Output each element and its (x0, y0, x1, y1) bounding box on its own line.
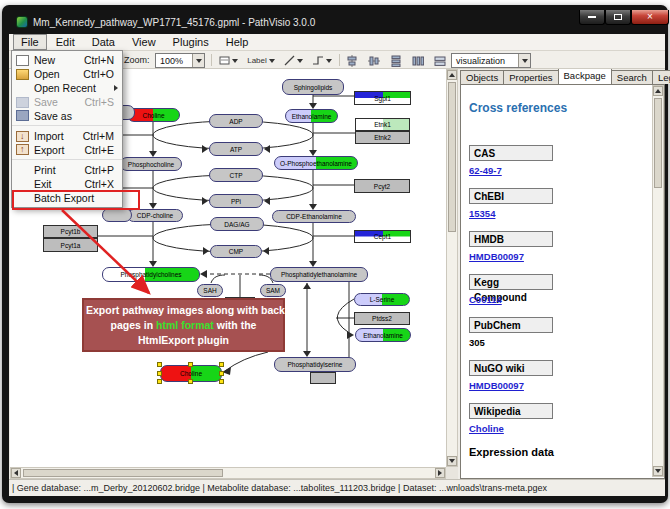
pathway-node-ethanolamine-top[interactable]: Ethanolamine (285, 109, 338, 123)
xref-value[interactable]: HMDB00097 (469, 251, 649, 262)
selection-handle[interactable] (188, 379, 193, 384)
pathway-node-l-serine[interactable]: L-Serine (354, 293, 410, 306)
connector-icon (312, 55, 324, 66)
file-menu-item[interactable]: Exit Ctrl+X (12, 177, 122, 191)
pathway-node-sgpl1[interactable]: Sgpl1 (354, 91, 411, 105)
pathway-node-ptdss2[interactable]: Ptdss2 (354, 312, 410, 325)
pathway-node-etnk2[interactable]: Etnk2 (355, 131, 410, 144)
scroll-down-button[interactable] (447, 456, 457, 466)
pathway-node-o-phosphoethanolamine[interactable]: O-Phosphoethanolamine (274, 156, 358, 170)
pathway-node-ethanolamine-bottom[interactable]: Ethanolamine (355, 328, 411, 342)
scroll-up-button[interactable] (447, 70, 457, 80)
menu-item-shortcut: Ctrl+M (83, 130, 114, 142)
pathway-node-phosphatidylcholines[interactable]: Phosphatidylcholines (102, 267, 200, 282)
file-menu-item[interactable]: Print Ctrl+P (12, 163, 122, 177)
xref-value[interactable]: C00114 (469, 294, 649, 305)
sidebar-scroll-up-button[interactable] (653, 86, 663, 96)
pathway-node-sphingolipids[interactable]: Sphingolipids (282, 79, 344, 95)
xref-value[interactable]: 15354 (469, 208, 649, 219)
selection-handle[interactable] (157, 379, 162, 384)
pathway-node-ppi[interactable]: PPi (209, 194, 263, 208)
sidebar-tab[interactable]: Objects (460, 70, 504, 84)
sidebar-tab[interactable]: Backpage (558, 68, 612, 84)
pathway-node-cdp-ethanolamine[interactable]: CDP-Ethanolamine (272, 210, 356, 223)
xref-value[interactable]: 305 (469, 337, 649, 348)
file-menu-item[interactable]: Import Ctrl+M (12, 129, 122, 143)
pathway-node-sam[interactable]: SAM (260, 284, 286, 297)
pathway-node-pcyt1b[interactable]: Pcyt1b (43, 225, 98, 238)
pathway-node-phosphatidylserine[interactable]: Phosphatidylserine (274, 357, 356, 372)
pathway-node-dag[interactable]: DAG/AG (210, 217, 264, 231)
connector-tool-button[interactable] (309, 53, 335, 68)
scroll-left-button[interactable] (11, 468, 21, 478)
menubar-item[interactable]: Edit (48, 34, 83, 50)
pathway-node-atp[interactable]: ATP (209, 142, 263, 156)
file-menu-item[interactable]: Save as (12, 109, 122, 126)
pathway-node-pcyt2[interactable]: Pcyt2 (354, 179, 410, 193)
sidebar-scroll-down-button[interactable] (653, 466, 663, 476)
datanode-tool-button[interactable] (215, 53, 241, 68)
menubar-item[interactable]: File (13, 34, 47, 50)
xref-sections: CAS 62-49-7 ChEBI 15354 HMDB HMDB00097 (469, 145, 649, 434)
file-menu-item[interactable]: New Ctrl+N (12, 53, 122, 67)
horizontal-scroll-thumb[interactable] (23, 469, 223, 477)
selection-handle[interactable] (157, 362, 162, 367)
xref-value[interactable]: Choline (469, 423, 649, 434)
scroll-right-button[interactable] (435, 468, 445, 478)
visualization-combobox[interactable]: visualization (451, 53, 531, 68)
file-menu-item[interactable]: Batch Export (12, 191, 122, 205)
xref-value[interactable]: 62-49-7 (469, 165, 649, 176)
vertical-scroll-thumb[interactable] (448, 82, 456, 232)
stack-rows-button[interactable] (387, 53, 405, 68)
xref-value[interactable]: HMDB00097 (469, 380, 649, 391)
selection-handle[interactable] (219, 362, 224, 367)
sidebar-scrollbar[interactable] (652, 85, 664, 477)
same-size-button[interactable] (431, 53, 449, 68)
menubar-item[interactable]: Plugins (165, 34, 217, 50)
pathway-node-pcyt1a[interactable]: Pcyt1a (43, 238, 98, 252)
pathway-node-ctp[interactable]: CTP (209, 168, 263, 182)
menubar-item[interactable]: View (124, 34, 164, 50)
file-menu-item[interactable]: Save Ctrl+S (12, 95, 122, 109)
pathway-node-phosphatidylethanolamine[interactable]: Phosphatidylethanolamine (270, 267, 368, 282)
visualization-dropdown-icon[interactable] (518, 54, 530, 67)
pathway-node-cdp-choline[interactable]: CDP-choline (127, 209, 183, 222)
canvas-horizontal-scrollbar[interactable] (10, 467, 446, 479)
minimize-button[interactable] (579, 10, 605, 25)
sidebar-tab[interactable]: Properties (503, 70, 558, 84)
sidebar-scroll-thumb[interactable] (654, 98, 662, 188)
align-middle-button[interactable] (365, 53, 383, 68)
file-menu-item[interactable]: Open Recent (12, 81, 122, 95)
zoom-dropdown-icon[interactable] (192, 54, 204, 67)
menubar-item[interactable]: Help (218, 34, 257, 50)
file-menu-item[interactable]: Export Ctrl+E (12, 143, 122, 160)
menu-item-shortcut: Ctrl+E (85, 144, 114, 156)
pathway-node-cmp[interactable]: CMP (210, 245, 262, 258)
menubar-item[interactable]: Data (84, 34, 123, 50)
selection-handle[interactable] (219, 371, 224, 376)
pathway-node-partial-mid[interactable] (102, 208, 132, 222)
maximize-button[interactable] (605, 10, 631, 25)
label-tool-button[interactable]: Label (245, 53, 277, 68)
pathway-node-phosphocholine[interactable]: Phosphocholine (120, 157, 182, 171)
sidebar-tab[interactable]: Legend (652, 70, 670, 84)
canvas-vertical-scrollbar[interactable] (446, 69, 458, 467)
line-tool-button[interactable] (281, 53, 305, 68)
selection-handle[interactable] (157, 371, 162, 376)
close-button[interactable]: × (631, 10, 669, 25)
pathway-node-cept1[interactable]: Cept1 (354, 230, 411, 243)
file-menu-item[interactable]: Open Ctrl+O (12, 67, 122, 81)
align-center-icon (346, 55, 358, 67)
align-center-button[interactable] (343, 53, 361, 68)
selection-handle[interactable] (219, 379, 224, 384)
stack-columns-button[interactable] (409, 53, 427, 68)
pathway-node-sah[interactable]: SAH (197, 284, 223, 297)
menu-item-icon (16, 131, 29, 142)
sidebar-tab[interactable]: Search (611, 70, 653, 84)
pathway-node-adp[interactable]: ADP (209, 114, 263, 128)
pathway-node-gene-small[interactable] (310, 372, 336, 384)
minimize-icon (588, 16, 596, 18)
selection-handle[interactable] (188, 362, 193, 367)
zoom-combobox[interactable]: 100% (155, 53, 205, 68)
pathway-node-etnk1[interactable]: Etnk1 (355, 118, 410, 131)
